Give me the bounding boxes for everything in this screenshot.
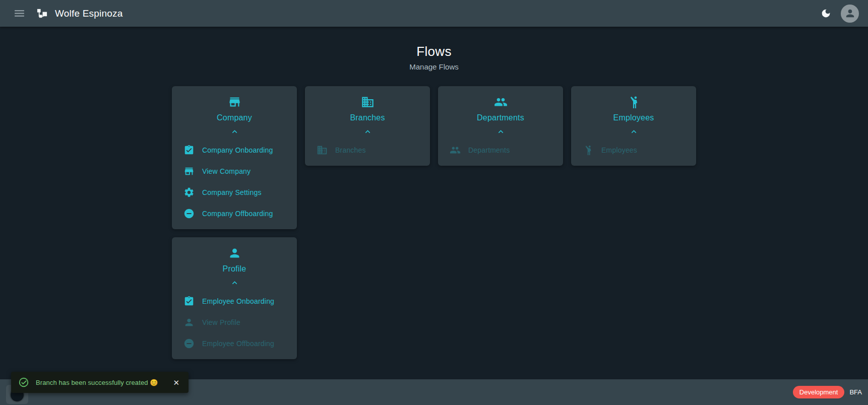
moon-icon bbox=[821, 8, 831, 19]
minus-circle-icon bbox=[183, 208, 195, 219]
flow-item-list: Employee OnboardingView ProfileEmployee … bbox=[172, 291, 297, 354]
flow-cards-grid: CompanyCompany OnboardingView CompanyCom… bbox=[172, 86, 696, 359]
person-waving-icon bbox=[583, 145, 594, 156]
flow-item-label: Employee Offboarding bbox=[202, 340, 274, 348]
clipboard-check-icon bbox=[183, 296, 195, 307]
flow-item-list: Branches bbox=[305, 140, 430, 161]
hamburger-icon bbox=[13, 7, 26, 20]
avatar[interactable] bbox=[841, 5, 859, 23]
flow-item[interactable]: View Company bbox=[172, 161, 297, 182]
chevron-up-icon bbox=[230, 127, 239, 137]
building-icon bbox=[317, 145, 328, 156]
flow-item-list: Departments bbox=[438, 140, 563, 161]
flow-item-label: View Company bbox=[202, 167, 251, 175]
collapse-button[interactable] bbox=[226, 126, 243, 138]
minus-circle-icon bbox=[183, 338, 195, 349]
flow-card-title: Company bbox=[217, 113, 252, 122]
building-icon bbox=[361, 95, 375, 109]
app-title: Wolfe Espinoza bbox=[55, 8, 122, 19]
person-icon bbox=[228, 246, 241, 260]
store-icon bbox=[183, 166, 195, 177]
clipboard-check-icon bbox=[183, 145, 195, 156]
menu-button[interactable] bbox=[9, 4, 29, 24]
brand-label: BFA bbox=[849, 388, 862, 396]
flow-item-label: Company Settings bbox=[202, 188, 262, 196]
store-icon bbox=[228, 95, 241, 109]
collapse-button[interactable] bbox=[625, 126, 643, 138]
flow-item[interactable]: Company Settings bbox=[172, 182, 297, 203]
collapse-button[interactable] bbox=[359, 126, 377, 138]
flow-item: Employee Offboarding bbox=[172, 333, 297, 354]
flow-item: View Profile bbox=[172, 312, 297, 333]
person-waving-icon bbox=[627, 95, 641, 109]
flow-item-label: Company Offboarding bbox=[202, 210, 273, 218]
flow-card-title: Branches bbox=[350, 113, 385, 122]
flow-item-label: Employees bbox=[601, 146, 637, 154]
flow-card-header: Departments bbox=[438, 95, 563, 138]
flow-item-list: Company OnboardingView CompanyCompany Se… bbox=[172, 140, 297, 224]
flow-item[interactable]: Company Offboarding bbox=[172, 203, 297, 224]
chevron-up-icon bbox=[230, 278, 239, 288]
people-icon bbox=[450, 145, 461, 156]
flow-card-branches: BranchesBranches bbox=[305, 86, 430, 166]
flow-item[interactable]: Company Onboarding bbox=[172, 140, 297, 161]
page-title: Flows bbox=[0, 44, 868, 59]
flow-item: Employees bbox=[571, 140, 696, 161]
chevron-up-icon bbox=[363, 127, 373, 137]
toast-close-button[interactable]: ✕ bbox=[171, 378, 182, 387]
flow-card-header: Company bbox=[172, 95, 297, 138]
dark-mode-toggle[interactable] bbox=[816, 4, 836, 24]
collapse-button[interactable] bbox=[226, 277, 243, 289]
flow-item-label: Employee Onboarding bbox=[202, 297, 274, 305]
toast-message: Branch has been successfully created 😊 bbox=[36, 379, 158, 386]
flow-item: Branches bbox=[305, 140, 430, 161]
app-logo-icon bbox=[36, 8, 48, 19]
people-icon bbox=[494, 95, 508, 109]
page-subtitle: Manage Flows bbox=[0, 62, 868, 71]
flow-item-list: Employees bbox=[571, 140, 696, 161]
flow-item: Departments bbox=[438, 140, 563, 161]
environment-badge: Development bbox=[793, 386, 845, 398]
flow-item[interactable]: Employee Onboarding bbox=[172, 291, 297, 312]
flow-item-label: View Profile bbox=[202, 318, 240, 326]
flow-card-departments: DepartmentsDepartments bbox=[438, 86, 563, 166]
flow-card-title: Profile bbox=[223, 264, 246, 274]
flow-card-title: Departments bbox=[477, 113, 524, 122]
person-icon bbox=[183, 317, 195, 328]
app-bar: Wolfe Espinoza bbox=[0, 0, 868, 27]
check-circle-icon bbox=[18, 377, 29, 388]
person-icon bbox=[844, 8, 856, 19]
flow-card-header: Employees bbox=[571, 95, 696, 138]
flow-card-employees: EmployeesEmployees bbox=[571, 86, 696, 166]
flow-card-profile: ProfileEmployee OnboardingView ProfileEm… bbox=[172, 237, 297, 359]
flow-card-company: CompanyCompany OnboardingView CompanyCom… bbox=[172, 86, 297, 229]
flow-item-label: Branches bbox=[335, 146, 366, 154]
main-content: Flows Manage Flows CompanyCompany Onboar… bbox=[0, 27, 868, 379]
chevron-up-icon bbox=[496, 127, 506, 137]
collapse-button[interactable] bbox=[492, 126, 510, 138]
flow-item-label: Departments bbox=[468, 146, 510, 154]
flow-item-label: Company Onboarding bbox=[202, 146, 273, 154]
chevron-up-icon bbox=[629, 127, 639, 137]
flow-card-title: Employees bbox=[613, 113, 654, 122]
success-toast: Branch has been successfully created 😊 ✕ bbox=[11, 372, 189, 393]
gear-icon bbox=[183, 187, 195, 198]
flow-card-header: Profile bbox=[172, 246, 297, 289]
flow-card-header: Branches bbox=[305, 95, 430, 138]
